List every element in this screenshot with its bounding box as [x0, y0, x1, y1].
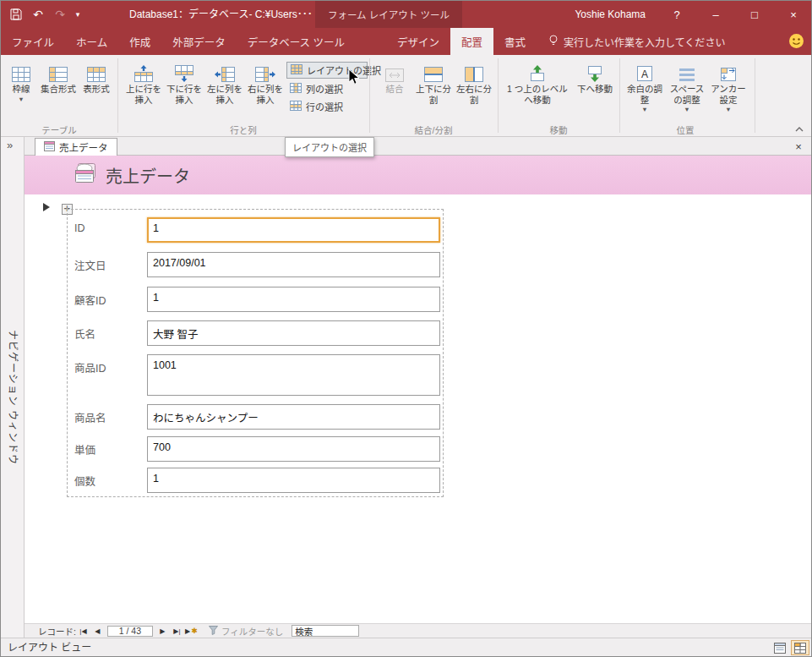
insert-column-right-icon	[255, 60, 275, 82]
insert-row-above-icon	[134, 60, 153, 82]
form-header-icon	[74, 162, 97, 188]
split-vertically-button[interactable]: 上下に分割	[415, 57, 452, 123]
group-label-table: テーブル	[1, 123, 117, 136]
field-label[interactable]: 顧客ID	[74, 292, 106, 308]
move-up-button[interactable]: 1 つ上のレベルへ移動	[504, 57, 570, 123]
tab-home[interactable]: ホーム	[65, 28, 118, 55]
form-header: 売上データ	[25, 156, 812, 194]
quick-access-toolbar: ↶ ↷ ▾	[6, 1, 84, 28]
move-down-button[interactable]: 下へ移動	[574, 57, 616, 123]
record-navigator: レコード: |◀ ◀ 1 / 43 ▶ ▶| ▶✱ フィルターなし	[25, 623, 812, 638]
tab-external-data[interactable]: 外部データ	[161, 28, 237, 55]
contextual-tool-label: フォーム レイアウト ツール	[328, 8, 450, 21]
insert-row-below-icon	[175, 60, 193, 82]
merge-icon	[385, 60, 404, 82]
account-name[interactable]: Yoshie Kohama	[575, 1, 646, 28]
field-label[interactable]: 単価	[74, 441, 95, 457]
group-label-merge-split: 結合/分割	[369, 123, 498, 136]
qat-customize-icon[interactable]: ▾	[72, 3, 84, 25]
ribbon: 枠線 ▼ 集合形式 表形式 テーブル 上に行を挿入 下に行を挿入 左に列を挿入 …	[1, 55, 812, 137]
control-margins-button[interactable]: A 余白の調整 ▼	[626, 57, 663, 123]
help-button[interactable]: ?	[657, 1, 696, 28]
tab-format[interactable]: 書式	[493, 28, 537, 55]
field-input[interactable]: 1	[147, 287, 440, 312]
field-label[interactable]: 商品ID	[74, 359, 106, 375]
merge-button[interactable]: 結合	[378, 57, 411, 123]
save-icon[interactable]	[6, 3, 26, 25]
tabular-layout-icon	[87, 60, 106, 82]
record-position[interactable]: 1 / 43	[107, 626, 153, 637]
filter-status[interactable]: フィルターなし	[209, 625, 283, 638]
document-close-icon[interactable]: ×	[791, 139, 806, 154]
document-tab-bar: 売上データ ×	[25, 137, 812, 156]
tab-database-tools[interactable]: データベース ツール	[237, 28, 356, 55]
gridlines-button[interactable]: 枠線 ▼	[6, 57, 36, 123]
field-input[interactable]: 1	[147, 217, 440, 243]
stacked-layout-button[interactable]: 集合形式	[40, 57, 77, 123]
group-separator	[498, 58, 499, 133]
maximize-button[interactable]: □	[735, 1, 774, 28]
insert-row-above-button[interactable]: 上に行を挿入	[124, 57, 163, 123]
insert-column-left-button[interactable]: 左に列を挿入	[205, 57, 244, 123]
select-row-button[interactable]: 行の選択	[286, 98, 368, 115]
form-title: 売上データ	[106, 163, 190, 188]
move-down-icon	[586, 60, 603, 82]
anchoring-icon	[720, 60, 737, 82]
control-margins-icon: A	[636, 60, 653, 82]
record-search-input[interactable]	[292, 625, 359, 637]
select-layout-tooltip: レイアウトの選択	[285, 137, 374, 157]
title-bar: ↶ ↷ ▾ Database1：データベース- C:¥Users･･･ フォーム…	[1, 1, 812, 28]
field-input[interactable]: 1	[147, 468, 440, 493]
group-separator	[755, 58, 755, 133]
undo-icon[interactable]: ↶	[28, 3, 48, 25]
collapse-ribbon-icon[interactable]	[794, 121, 804, 136]
field-input[interactable]: 1001	[147, 354, 440, 396]
feedback-smiley-icon[interactable]	[788, 33, 804, 52]
access-window: ↶ ↷ ▾ Database1：データベース- C:¥Users･･･ フォーム…	[0, 0, 812, 657]
expand-nav-pane-icon[interactable]: »	[7, 139, 13, 151]
previous-record-icon[interactable]: ◀	[91, 626, 104, 637]
stacked-layout-icon	[49, 60, 68, 82]
select-layout-icon	[291, 64, 302, 76]
last-record-icon[interactable]: ▶|	[171, 626, 183, 637]
tab-create[interactable]: 作成	[118, 28, 161, 55]
mouse-cursor	[347, 68, 361, 89]
field-label[interactable]: 個数	[74, 473, 95, 489]
form-view-icon[interactable]	[771, 640, 789, 655]
field-label[interactable]: 注文日	[74, 257, 106, 273]
first-record-icon[interactable]: |◀	[77, 626, 90, 637]
field-label[interactable]: ID	[74, 222, 85, 234]
record-selector-arrow[interactable]	[43, 203, 50, 211]
dropdown-caret-icon: ▼	[18, 96, 24, 103]
field-input[interactable]: 2017/09/01	[147, 252, 440, 277]
tell-me-box[interactable]: 実行したい作業を入力してください	[548, 28, 725, 55]
next-record-icon[interactable]: ▶	[156, 626, 169, 637]
window-controls: ? – □ ×	[657, 1, 812, 28]
minimize-button[interactable]: –	[696, 1, 735, 28]
split-horizontally-button[interactable]: 左右に分割	[455, 57, 493, 123]
control-padding-button[interactable]: スペースの調整 ▼	[667, 57, 707, 123]
document-tab-sales-data[interactable]: 売上データ	[35, 138, 117, 156]
split-vertically-icon	[424, 60, 443, 82]
field-input[interactable]: わにちゃんシャンプー	[147, 404, 440, 430]
new-record-icon[interactable]: ▶✱	[185, 626, 198, 637]
field-input[interactable]: 700	[147, 436, 440, 462]
dropdown-caret-icon: ▼	[725, 107, 731, 113]
tab-arrange[interactable]: 配置	[450, 28, 493, 55]
insert-row-below-button[interactable]: 下に行を挿入	[165, 57, 204, 123]
anchoring-button[interactable]: アンカー設定 ▼	[711, 57, 746, 123]
stacked-layout-selection[interactable]: ID1注文日2017/09/01顧客ID1氏名大野 智子商品ID1001商品名わ…	[67, 209, 444, 497]
dropdown-caret-icon: ▼	[684, 107, 689, 113]
group-label-move: 移動	[498, 123, 619, 136]
nav-pane-title[interactable]: ナビゲーション ウィンドウ	[7, 330, 21, 465]
close-button[interactable]: ×	[774, 1, 812, 28]
layout-view-icon[interactable]	[791, 640, 809, 655]
field-input[interactable]: 大野 智子	[147, 320, 440, 346]
field-label[interactable]: 商品名	[74, 409, 106, 425]
field-label[interactable]: 氏名	[74, 326, 95, 342]
tab-design[interactable]: デザイン	[386, 28, 450, 55]
redo-icon[interactable]: ↷	[50, 3, 70, 25]
tab-file[interactable]: ファイル	[1, 28, 65, 55]
tabular-layout-button[interactable]: 表形式	[79, 57, 114, 123]
insert-column-right-button[interactable]: 右に列を挿入	[246, 57, 285, 123]
